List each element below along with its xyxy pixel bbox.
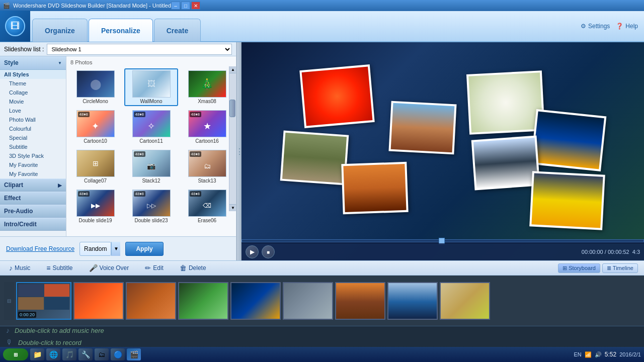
action-bar: Download Free Resource Random ▼ Apply xyxy=(0,236,236,260)
sidebar-item-3dstylepack[interactable]: My Favorite xyxy=(0,160,66,169)
preview-photo-8 xyxy=(529,171,605,230)
settings-button[interactable]: ⚙ Settings xyxy=(581,23,610,30)
sidebar-item-movie[interactable]: Movie xyxy=(0,97,66,106)
sidebar-item-love[interactable]: Love xyxy=(0,106,66,115)
sidebar-item-colourful[interactable]: Colourful xyxy=(0,124,66,133)
taskbar-icon-folder[interactable]: 🗂 xyxy=(95,348,109,360)
taskbar-icon-ie[interactable]: 🌐 xyxy=(46,348,60,360)
film-item-8[interactable] xyxy=(440,282,490,320)
titlebar: 🎬 Wondershare DVD Slideshow Builder [Sta… xyxy=(0,0,644,11)
style-thumb-dblslide23[interactable]: 48♦8 ▷▷ Double slide23 xyxy=(124,188,178,225)
film-item-6[interactable] xyxy=(335,282,385,320)
style-thumb-circlemono[interactable]: ⬤ CircleMono xyxy=(68,68,122,106)
system-tray: EN 📶 🔊 5:52 2016/2/1 xyxy=(574,351,641,358)
music-button[interactable]: ♪ Music xyxy=(6,263,33,273)
preview-photo-5 xyxy=(280,131,349,186)
sidebar-item-general[interactable]: Subtitle xyxy=(0,142,66,151)
stop-button[interactable]: ■ xyxy=(262,245,275,258)
film-item-0[interactable]: 0:00:20 xyxy=(16,282,71,320)
split-handle[interactable]: ⋮ xyxy=(236,42,242,260)
style-thumb-dblslide19[interactable]: 48♦8 ▶▶ Double slide19 xyxy=(68,188,122,225)
sidebar-item-myfavorite[interactable]: My Favorite xyxy=(0,169,66,178)
timeline-view-button[interactable]: ≣ Timeline xyxy=(602,263,638,273)
preaudio-button[interactable]: Pre-Audio xyxy=(0,205,66,218)
style-thumb-label-cartoon10: Cartoon10 xyxy=(84,138,107,144)
record-icon: 🎙 xyxy=(0,338,13,346)
help-icon: ❓ xyxy=(616,23,623,30)
film-item-4[interactable] xyxy=(230,282,281,320)
style-thumb-label-cartoon11: Cartoon11 xyxy=(139,138,163,144)
minimize-button[interactable]: – xyxy=(171,2,180,10)
style-thumb-xmas08[interactable]: 🎄 Xmas08 xyxy=(180,68,234,106)
start-button[interactable]: ⊞ xyxy=(3,348,28,360)
view-toggle: ⊞ Storyboard ≣ Timeline xyxy=(558,263,638,273)
style-thumb-cartoon16[interactable]: 48♦8 ★ Cartoon16 xyxy=(180,108,234,146)
tab-personalize[interactable]: Personalize xyxy=(89,19,153,42)
style-header[interactable]: Style ▼ xyxy=(0,56,66,70)
taskbar-icon-media[interactable]: 🎵 xyxy=(62,348,76,360)
taskbar-icon-app[interactable]: 🎬 xyxy=(127,348,141,360)
voiceover-button[interactable]: 🎤 Voice Over xyxy=(86,263,132,273)
thumb-badge-stack13: 48♦8 xyxy=(190,151,201,157)
network-icon: 📶 xyxy=(585,351,592,358)
film-item-5[interactable] xyxy=(283,282,333,320)
play-button[interactable]: ▶ xyxy=(246,245,259,258)
scroll-up-button[interactable]: ▲ xyxy=(229,66,236,73)
clipart-button[interactable]: Clipart ▶ xyxy=(0,178,66,192)
help-button[interactable]: ❓ Help xyxy=(616,23,638,30)
film-item-1[interactable] xyxy=(73,282,124,320)
storyboard-view-button[interactable]: ⊞ Storyboard xyxy=(558,263,600,273)
thumb-badge-stack12: 48♦8 xyxy=(134,151,145,157)
thumbs-grid: ⬤ CircleMono 🖼 WallMono � xyxy=(68,68,234,225)
subtitle-button[interactable]: ≡ Subtitle xyxy=(43,263,75,273)
sidebar-item-theme[interactable]: Theme xyxy=(0,79,66,88)
effect-button[interactable]: Effect xyxy=(0,192,66,205)
style-thumb-cartoon11[interactable]: 48♦8 ✧ Cartoon11 xyxy=(124,108,178,146)
add-music-prompt[interactable]: Double-click to add music here xyxy=(15,327,644,334)
style-thumb-erase06[interactable]: 48♦8 ⌫ Erase06 xyxy=(180,188,234,225)
style-thumb-label-erase06: Erase06 xyxy=(198,218,216,223)
random-button[interactable]: Random xyxy=(79,242,111,256)
scroll-down-button[interactable]: ▼ xyxy=(229,204,236,211)
timeline-bar[interactable] xyxy=(242,239,644,242)
apply-button[interactable]: Apply xyxy=(125,242,163,256)
tab-organize[interactable]: Organize xyxy=(32,19,88,42)
timeline-icon: ≣ xyxy=(607,265,613,271)
close-button[interactable]: ✕ xyxy=(191,2,200,10)
sidebar-item-special[interactable]: Special xyxy=(0,133,66,142)
taskbar-icon-tools[interactable]: 🔧 xyxy=(78,348,93,360)
random-dropdown-button[interactable]: ▼ xyxy=(111,242,120,256)
introcredit-button[interactable]: Intro/Credit xyxy=(0,218,66,231)
delete-button[interactable]: 🗑 Delete xyxy=(177,263,209,273)
taskbar-icon-chrome[interactable]: 🔵 xyxy=(111,348,125,360)
bottom-toolbar: ♪ Music ≡ Subtitle 🎤 Voice Over ✏ Edit 🗑… xyxy=(0,260,644,276)
maximize-button[interactable]: □ xyxy=(181,2,190,10)
left-panel: Slideshow list : Slideshow 1 Style ▼ All xyxy=(0,42,236,260)
film-item-2[interactable] xyxy=(126,282,176,320)
record-prompt[interactable]: Double-click to record xyxy=(18,339,644,346)
edit-button[interactable]: ✏ Edit xyxy=(142,263,167,273)
music-track-area: Double-click to add music here xyxy=(15,327,644,334)
titlebar-title: Wondershare DVD Slideshow Builder [Stand… xyxy=(13,3,171,9)
microphone-icon: 🎤 xyxy=(89,264,98,272)
style-thumb-stack13[interactable]: 48♦8 🗂 Stack13 xyxy=(180,148,234,186)
style-thumb-collage07[interactable]: ⊞ Collage07 xyxy=(68,148,122,186)
random-button-group: Random ▼ xyxy=(79,242,120,256)
style-thumb-cartoon10[interactable]: 48♦8 ✦ Cartoon10 xyxy=(68,108,122,146)
style-thumb-wallmono[interactable]: 🖼 WallMono xyxy=(124,68,178,106)
thumbnail-scrollbar[interactable]: ▲ ▼ xyxy=(229,66,236,211)
sidebar-item-photowall[interactable]: Photo Wall xyxy=(0,115,66,124)
sidebar-item-allstyles[interactable]: All Styles xyxy=(0,70,66,79)
film-item-7[interactable] xyxy=(387,282,438,320)
style-thumb-img-stack12: 48♦8 📷 xyxy=(132,150,171,177)
sidebar-item-collage[interactable]: Collage xyxy=(0,88,66,97)
slideshow-select[interactable]: Slideshow 1 xyxy=(47,44,232,55)
scroll-thumb[interactable] xyxy=(229,100,235,117)
tab-create[interactable]: Create xyxy=(154,19,201,42)
style-thumb-stack12[interactable]: 48♦8 📷 Stack12 xyxy=(124,148,178,186)
download-free-resource-link[interactable]: Download Free Resource xyxy=(6,245,74,252)
taskbar-icon-explorer[interactable]: 📁 xyxy=(30,348,44,360)
style-thumb-img-wallmono: 🖼 xyxy=(132,70,171,98)
sidebar-item-subtitle[interactable]: 3D Style Pack xyxy=(0,151,66,160)
film-item-3[interactable] xyxy=(178,282,228,320)
